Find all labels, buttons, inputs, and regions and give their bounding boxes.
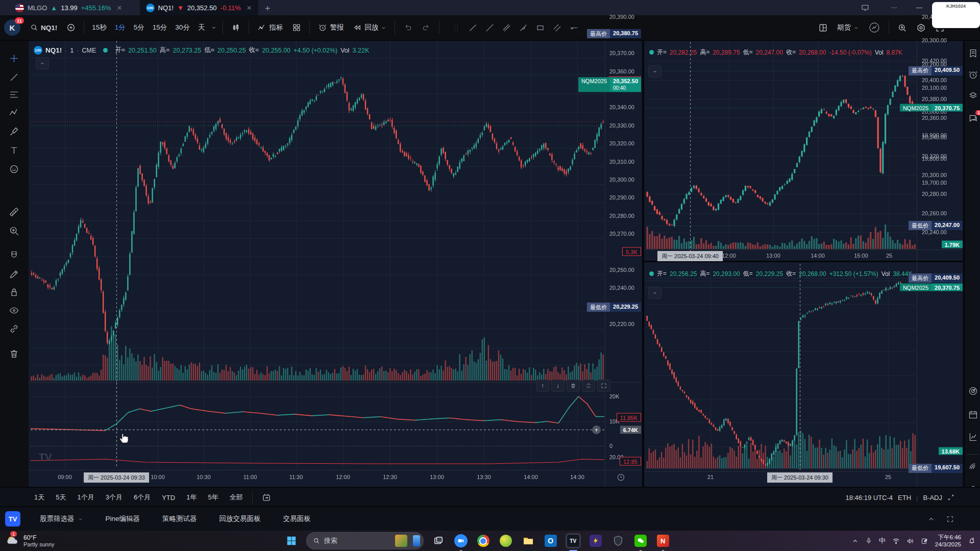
timeframe-1分[interactable]: 1分 bbox=[111, 23, 130, 32]
time-tick-main[interactable]: 09:00 bbox=[58, 474, 72, 480]
panel-maximize-icon[interactable] bbox=[941, 515, 960, 523]
tray-chevron-icon[interactable] bbox=[852, 538, 859, 544]
minimize-button[interactable]: — bbox=[912, 0, 927, 15]
price-tick-rtop[interactable]: 20,260.00 bbox=[922, 210, 947, 216]
chart-circle-icon[interactable] bbox=[864, 19, 885, 36]
pencil-tool[interactable] bbox=[9, 269, 19, 280]
circle-line-tool[interactable] bbox=[515, 19, 532, 36]
move-pane-down-button[interactable]: ↓ bbox=[551, 380, 565, 392]
time-tick-main[interactable]: 14:30 bbox=[570, 474, 584, 480]
symbol-search-input[interactable]: NQ1! bbox=[26, 19, 62, 36]
time-tick-main[interactable]: 10:30 bbox=[197, 474, 211, 480]
text-tool[interactable] bbox=[9, 145, 19, 156]
close-icon[interactable]: ✕ bbox=[247, 4, 252, 12]
crosshair-plus-icon[interactable]: + bbox=[592, 425, 601, 434]
eye-tool[interactable] bbox=[9, 305, 19, 316]
panel-collapse-icon[interactable] bbox=[922, 515, 941, 523]
time-tick-rbot[interactable]: 25 bbox=[885, 474, 891, 480]
price-tick-main[interactable]: 20,310.00 bbox=[609, 159, 634, 165]
brush-tool[interactable] bbox=[9, 126, 19, 137]
settings-button[interactable] bbox=[912, 19, 930, 36]
timezone-clock-icon[interactable] bbox=[617, 473, 625, 482]
time-tick-main[interactable]: 11:30 bbox=[289, 474, 303, 480]
taskbar-app-wechat[interactable] bbox=[633, 533, 648, 548]
trash-tool[interactable] bbox=[9, 348, 19, 359]
wifi-icon[interactable] bbox=[892, 537, 900, 545]
price-tick-rbot[interactable]: 19,700.00 bbox=[922, 180, 947, 186]
emoji-tool[interactable] bbox=[9, 164, 19, 174]
price-tick-main[interactable]: 20,290.00 bbox=[609, 194, 634, 201]
timeframe-15分[interactable]: 15分 bbox=[149, 23, 172, 32]
price-tick-rbot[interactable]: 20,100.00 bbox=[922, 85, 947, 91]
bottom-tab-5[interactable]: 交易面板 bbox=[272, 514, 322, 523]
taskbar-app-start[interactable] bbox=[284, 533, 299, 548]
price-tick-rbot[interactable]: 19,800.00 bbox=[922, 156, 947, 162]
pattern-tool[interactable] bbox=[9, 108, 19, 118]
tab-mlgo[interactable]: MLGO ▲ 13.99 +455.16% ✕ bbox=[9, 0, 129, 15]
pane-tick[interactable]: 0 bbox=[609, 443, 612, 449]
right-top-legend[interactable]: 开=20,282.25 高=20,289.75 低=20,247.00 收=20… bbox=[649, 48, 902, 57]
user-avatar[interactable]: K11 bbox=[4, 19, 20, 36]
expand-axis-icon[interactable] bbox=[947, 494, 954, 501]
price-tick-rtop[interactable]: 20,280.00 bbox=[922, 191, 947, 197]
rectangle-tool[interactable] bbox=[532, 19, 549, 36]
time-tick-main[interactable]: 13:30 bbox=[477, 474, 491, 480]
lock-tool[interactable] bbox=[9, 287, 19, 297]
main-indicator-canvas[interactable] bbox=[29, 383, 606, 468]
taskbar-app-explorer[interactable] bbox=[521, 533, 536, 548]
timeframe-30分[interactable]: 30分 bbox=[171, 23, 194, 32]
timeframe-dropdown[interactable] bbox=[209, 19, 219, 36]
time-tick-main[interactable]: 13:00 bbox=[430, 474, 444, 480]
more-options-icon[interactable]: ⋯ bbox=[886, 0, 901, 15]
price-tick-main[interactable]: 20,280.00 bbox=[609, 213, 634, 219]
time-tick-main[interactable]: 11:00 bbox=[243, 474, 257, 480]
taskbar-app-shield[interactable] bbox=[610, 533, 626, 548]
fib-retracement-tool[interactable] bbox=[9, 89, 19, 100]
timeframe-15秒[interactable]: 15秒 bbox=[88, 23, 111, 32]
notification-bell-icon[interactable] bbox=[968, 537, 976, 545]
snip-pen-icon[interactable] bbox=[921, 537, 928, 545]
indicators-button[interactable]: 指标 bbox=[253, 19, 287, 36]
right-bottom-canvas[interactable] bbox=[644, 264, 918, 472]
time-tick-rtop[interactable]: 25 bbox=[886, 253, 892, 259]
price-tick-main[interactable]: 20,220.00 bbox=[609, 321, 634, 327]
timeframe-5分[interactable]: 5分 bbox=[130, 23, 149, 32]
session-clock[interactable]: 18:46:19 UTC-4 bbox=[846, 494, 893, 502]
taskbar-app-taskview[interactable] bbox=[431, 533, 446, 548]
range-YTD[interactable]: YTD bbox=[156, 494, 181, 502]
price-tick-rbot[interactable]: 20,300.00 bbox=[922, 37, 947, 43]
time-tick-rtop[interactable]: 12:00 bbox=[722, 253, 736, 259]
time-tick-main[interactable]: 12:30 bbox=[383, 474, 397, 480]
link-tool[interactable] bbox=[9, 323, 19, 334]
price-tick-rtop[interactable]: 20,300.00 bbox=[922, 172, 947, 178]
compare-add-button[interactable] bbox=[62, 19, 80, 36]
session-type[interactable]: ETH bbox=[898, 494, 911, 502]
range-3个月[interactable]: 3个月 bbox=[100, 493, 128, 502]
chat-icon[interactable]: 1 bbox=[968, 113, 978, 124]
close-icon[interactable]: ✕ bbox=[117, 4, 122, 12]
taskbar-weather-widget[interactable]: 1 60°FPartly sunny bbox=[5, 534, 55, 548]
grid-layout-button[interactable] bbox=[287, 19, 306, 36]
range-1个月[interactable]: 1个月 bbox=[71, 493, 100, 502]
alerts-button[interactable]: 警报 bbox=[313, 19, 348, 36]
redo-button[interactable] bbox=[417, 19, 435, 36]
parallel-channel-tool[interactable] bbox=[549, 19, 566, 36]
price-tick-main[interactable]: 20,270.00 bbox=[609, 231, 634, 237]
price-tick-main[interactable]: 20,250.00 bbox=[609, 267, 634, 273]
time-tick-rtop[interactable]: 14:00 bbox=[811, 253, 825, 259]
calendar-icon[interactable] bbox=[968, 409, 978, 420]
bottom-tab-1[interactable]: 股票筛选器 bbox=[29, 514, 94, 523]
microphone-icon[interactable] bbox=[865, 537, 872, 544]
magnet-tool[interactable] bbox=[9, 250, 19, 261]
drag-handle-icon[interactable] bbox=[448, 19, 464, 36]
watchlist-selector[interactable]: 期货 bbox=[832, 19, 864, 36]
right-bottom-legend[interactable]: 开=20,256.25 高=20,293.00 低=20,229.25 收=20… bbox=[649, 269, 912, 278]
price-tick-main[interactable]: 20,340.00 bbox=[609, 104, 634, 110]
extended-line-tool[interactable] bbox=[498, 19, 515, 36]
time-tick-rtop[interactable]: 13:00 bbox=[766, 253, 780, 259]
main-chart-legend[interactable]: 100 NQ1! ·1·CME 开=20,251.50 高=20,273.25 … bbox=[34, 46, 369, 55]
taskbar-app-outlook[interactable]: O bbox=[543, 533, 558, 548]
taskbar-app-lens[interactable] bbox=[588, 533, 603, 548]
time-tick-rbot[interactable]: 21 bbox=[707, 474, 714, 480]
range-6个月[interactable]: 6个月 bbox=[128, 493, 156, 502]
